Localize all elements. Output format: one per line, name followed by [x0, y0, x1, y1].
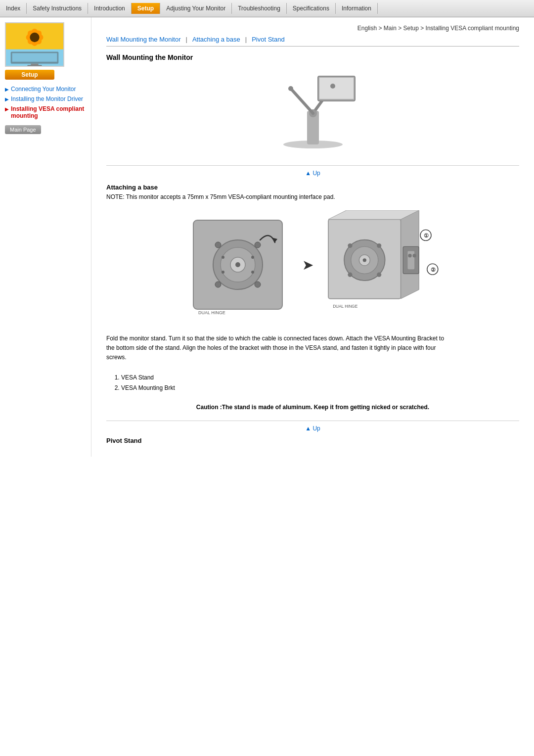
vesa-bracket-left: DUAL HINGE: [183, 210, 292, 319]
sidebar-link-vesa[interactable]: Installing VESA compliant mounting: [11, 105, 86, 119]
tab-wall-mounting[interactable]: Wall Mounting the Monitor: [106, 36, 181, 43]
list-item-1: VESA Stand: [121, 373, 519, 383]
pivot-stand-section: Pivot Stand: [106, 437, 519, 444]
svg-text:DUAL HINGE: DUAL HINGE: [333, 304, 358, 309]
main-content: English > Main > Setup > Installing VESA…: [91, 17, 534, 457]
svg-rect-10: [28, 65, 42, 66]
svg-point-29: [222, 256, 224, 259]
svg-point-44: [348, 273, 352, 277]
svg-rect-8: [12, 53, 57, 61]
tab-attaching-base[interactable]: Attaching a base: [192, 36, 240, 43]
nav-index[interactable]: Index: [0, 3, 27, 14]
nav-bar: Index Safety Instructions Introduction S…: [0, 0, 534, 17]
sidebar-logo: [5, 22, 64, 67]
vesa-list: VESA Stand VESA Mounting Brkt: [121, 373, 519, 394]
attaching-base-title: Attaching a base: [106, 184, 519, 191]
svg-point-45: [377, 273, 381, 277]
breadcrumb: English > Main > Setup > Installing VESA…: [106, 25, 519, 32]
svg-point-42: [348, 243, 352, 248]
nav-specifications[interactable]: Specifications: [287, 3, 336, 14]
svg-point-31: [222, 271, 224, 274]
sidebar-link-connecting[interactable]: Connecting Your Monitor: [11, 86, 76, 93]
arrow-icon-driver: ▶: [5, 96, 9, 102]
sidebar-installing-driver[interactable]: ▶ Installing the Monitor Driver: [5, 95, 86, 102]
list-item-2: VESA Mounting Brkt: [121, 383, 519, 394]
nav-safety[interactable]: Safety Instructions: [27, 3, 88, 14]
svg-point-19: [330, 84, 335, 89]
tab-separator-2: |: [245, 36, 247, 43]
up-link-2[interactable]: ▲ Up: [106, 421, 519, 432]
tab-pivot-stand[interactable]: Pivot Stand: [252, 36, 285, 43]
attaching-base-note: NOTE: This monitor accepts a 75mm x 75mm…: [106, 193, 519, 200]
arrow-icon-vesa: ▶: [5, 106, 9, 112]
sidebar-monitor-svg: [6, 22, 63, 67]
sidebar-connecting[interactable]: ▶ Connecting Your Monitor: [5, 86, 86, 93]
right-arrow-icon: ➤: [302, 257, 313, 273]
svg-text:DUAL HINGE: DUAL HINGE: [198, 310, 225, 315]
svg-point-6: [30, 33, 39, 42]
svg-line-17: [291, 89, 313, 113]
tab-separator-1: |: [186, 36, 187, 43]
page-tabs: Wall Mounting the Monitor | Attaching a …: [106, 36, 519, 47]
caution-text: Caution :The stand is made of aluminum. …: [106, 404, 519, 411]
svg-point-32: [251, 271, 254, 274]
vesa-images-container: DUAL HINGE ➤: [106, 210, 519, 319]
setup-button[interactable]: Setup: [5, 70, 54, 80]
svg-rect-15: [319, 78, 354, 99]
svg-point-28: [255, 282, 261, 287]
sidebar-installing-vesa[interactable]: ▶ Installing VESA compliant mounting: [5, 105, 86, 119]
svg-rect-9: [31, 64, 38, 65]
svg-rect-47: [407, 251, 414, 270]
wall-mounting-title: Wall Mounting the Monitor: [106, 53, 519, 61]
nav-troubleshooting[interactable]: Troubleshooting: [232, 3, 287, 14]
arrow-icon-connecting: ▶: [5, 87, 9, 92]
pivot-stand-title: Pivot Stand: [106, 437, 519, 444]
main-layout: Setup ▶ Connecting Your Monitor ▶ Instal…: [0, 17, 534, 457]
svg-point-25: [215, 242, 221, 248]
sidebar-link-driver[interactable]: Installing the Monitor Driver: [11, 95, 83, 102]
sidebar: Setup ▶ Connecting Your Monitor ▶ Instal…: [0, 17, 91, 457]
svg-point-43: [377, 243, 381, 248]
main-page-button[interactable]: Main Page: [5, 125, 41, 134]
svg-point-26: [255, 242, 261, 248]
svg-text:①: ①: [424, 233, 429, 238]
vesa-bracket-right: ① ② DUAL HINGE: [323, 210, 442, 319]
svg-point-49: [413, 254, 416, 257]
svg-point-27: [215, 282, 221, 287]
nav-setup[interactable]: Setup: [132, 3, 160, 14]
svg-point-24: [235, 262, 240, 267]
monitor-stand-image: [264, 71, 362, 150]
nav-introduction[interactable]: Introduction: [88, 3, 132, 14]
svg-text:②: ②: [431, 267, 436, 273]
svg-point-18: [288, 86, 293, 91]
stand-image-container: [106, 71, 519, 150]
up-link-1[interactable]: ▲ Up: [106, 165, 519, 177]
svg-point-41: [363, 258, 366, 262]
attaching-base-section: Attaching a base NOTE: This monitor acce…: [106, 184, 519, 411]
nav-information[interactable]: Information: [336, 3, 378, 14]
svg-point-30: [251, 256, 254, 259]
nav-adjusting[interactable]: Adjusting Your Monitor: [160, 3, 232, 14]
attach-description: Fold the monitor stand. Turn it so that …: [106, 334, 452, 363]
svg-point-48: [408, 254, 411, 257]
